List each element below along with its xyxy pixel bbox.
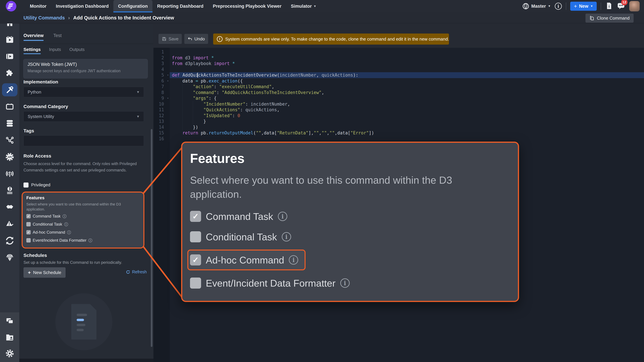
save-button[interactable]: Save [158,34,182,44]
page: Monitor Investigation Dashboard Configur… [0,0,644,362]
calendar-play-icon [5,35,14,44]
page-title: Add Quick Actions to the Incident Overvi… [73,15,174,21]
tab-overview[interactable]: Overview [24,33,44,39]
sidebar-item-geo[interactable] [0,182,19,199]
nav-item-monitor[interactable]: Monitor [25,0,51,12]
event-incident-formatter-checkbox[interactable] [26,238,31,243]
sidebar-item-utility-commands[interactable] [0,81,19,98]
feature-row-adhoc-command[interactable]: Ad-hoc Command i [26,230,140,235]
popup-feature-checkboxes: Command Task i Conditional Task i Ad-hoc… [190,209,518,291]
sidebar-item-integrations[interactable] [0,65,19,81]
tab-inputs[interactable]: Inputs [49,47,61,53]
undo-label: Undo [194,36,205,41]
tab-outputs[interactable]: Outputs [69,47,84,53]
privileged-checkbox-row[interactable]: Privileged [24,182,50,188]
sidebar-item-connections[interactable] [0,132,19,148]
info-icon[interactable]: i [282,232,291,242]
conditional-task-checkbox[interactable] [190,231,201,242]
info-icon[interactable]: i [340,278,350,288]
command-category-label: Command Category [24,104,68,109]
sidebar-item-partners[interactable] [0,199,19,216]
info-icon[interactable]: i [62,214,66,218]
jwt-card[interactable]: JSON Web Token (JWT) Manage secret keys … [23,59,148,78]
adhoc-command-checkbox[interactable] [190,254,201,266]
tags-input[interactable] [24,135,144,146]
api-gear-icon: API [5,152,14,161]
nav-label: Reporting Dashboard [157,4,204,9]
refresh-icon [126,270,130,274]
info-icon[interactable]: i [88,239,92,242]
event-incident-formatter-checkbox[interactable] [190,278,201,289]
chevron-down-icon: ▼ [590,5,593,8]
nav-item-preprocessing-playbook-viewer[interactable]: Preprocessing Playbook Viewer [208,0,286,12]
tags-label: Tags [24,128,34,134]
command-task-checkbox[interactable] [26,214,31,218]
feature-label: Conditional Task [206,231,277,243]
sidebar-item-sync[interactable] [0,232,19,249]
new-button[interactable]: + New ▼ [570,2,597,11]
privileged-checkbox[interactable] [24,183,28,188]
d3-logo-icon[interactable] [5,0,18,12]
info-icon[interactable]: i [555,3,562,10]
conditional-task-checkbox[interactable] [26,222,31,226]
breadcrumb-bar: Utility Commands › Add Quick Actions to … [0,12,644,23]
new-schedule-button[interactable]: + New Schedule [24,267,66,278]
sidebar-item-playbooks[interactable] [0,48,19,65]
antenna-icon [5,169,14,178]
nav-item-configuration[interactable]: Configuration [113,0,152,12]
clone-command-button[interactable]: Clone Command [586,13,634,23]
release-notes-icon[interactable]: i [605,2,613,10]
sidebar-item-identity[interactable] [0,249,19,266]
card-icon [5,102,14,111]
implementation-value: Python [28,89,41,95]
info-icon[interactable]: i [64,222,68,226]
tab-test[interactable]: Test [53,33,62,39]
undo-button[interactable]: Undo [184,34,208,44]
notifications-button[interactable]: 12 [617,2,625,11]
indent-guide [193,101,193,124]
privileged-label: Privileged [31,182,50,188]
sidebar-item-scheduled-playbooks[interactable] [0,31,19,48]
sidebar-item-api[interactable]: API [0,148,19,165]
adhoc-command-checkbox[interactable] [26,230,31,234]
globe-lines-icon [5,186,14,195]
nav-item-reporting-dashboard[interactable]: Reporting Dashboard [152,0,208,12]
command-category-select[interactable]: System Utility ▼ [24,111,144,122]
secondary-tabs: Settings Inputs Outputs [19,44,154,56]
nav-item-simulator[interactable]: Simulator▼ [286,0,321,12]
sidebar-item-forms[interactable] [0,98,19,115]
info-icon[interactable]: i [278,212,287,221]
command-task-checkbox[interactable] [190,211,201,222]
indent-guide [182,84,182,130]
environment-selector[interactable]: Master ▼ [522,3,551,10]
implementation-select[interactable]: Python ▼ [24,87,144,97]
refresh-link[interactable]: Refresh [126,270,147,274]
popup-row-conditional-task[interactable]: Conditional Task i [190,229,518,245]
feature-row-command-task[interactable]: Command Task i [26,214,140,219]
popup-features-description: Select where you want to use this comman… [190,173,495,201]
feature-label: Event/Incident Data Formatter [206,278,336,289]
sidebar-item-settings[interactable] [0,346,19,361]
sidebar-item-windows[interactable] [0,314,19,329]
info-icon[interactable]: i [67,230,71,234]
sidebar-item-webhooks[interactable] [0,165,19,182]
feature-row-conditional-task[interactable]: Conditional Task i [26,222,140,227]
nav-items: Monitor Investigation Dashboard Configur… [25,0,321,12]
tab-settings[interactable]: Settings [24,47,41,53]
info-icon[interactable]: i [289,255,298,265]
sidebar-item-incident-rules[interactable] [0,216,19,232]
popup-row-adhoc-command[interactable]: Ad-hoc Command i [190,253,298,267]
puzzle-icon [5,69,14,77]
playbook-icon [5,52,14,61]
popup-row-command-task[interactable]: Command Task i [190,209,518,224]
feature-row-event-incident-data-formatter[interactable]: Event/Incident Data Formatter i [26,238,140,243]
avatar[interactable] [629,1,640,11]
nav-label: Configuration [118,4,148,9]
popup-row-event-incident-data-formatter[interactable]: Event/Incident Data Formatter i [190,275,518,291]
nav-item-investigation-dashboard[interactable]: Investigation Dashboard [51,0,113,12]
sidebar-item-data-management[interactable] [0,115,19,132]
breadcrumb-parent-link[interactable]: Utility Commands [24,15,65,21]
panel-scrollbar[interactable] [151,129,152,347]
sidebar-item-user-files[interactable] [0,330,19,345]
folder-user-icon [5,333,14,342]
